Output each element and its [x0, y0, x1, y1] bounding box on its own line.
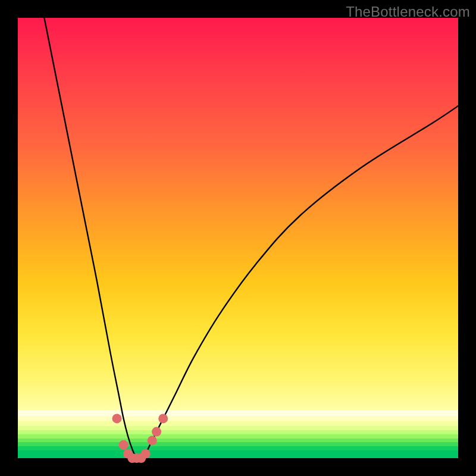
plot-area	[18, 18, 458, 458]
marker-dot	[158, 414, 168, 423]
marker-dot	[119, 440, 129, 450]
trough-markers	[112, 414, 168, 463]
marker-dot	[152, 427, 161, 437]
bottleneck-curve	[44, 18, 458, 459]
curve-svg	[18, 18, 458, 458]
marker-dot	[148, 436, 157, 445]
chart-frame: TheBottleneck.com	[0, 0, 476, 476]
marker-dot	[141, 449, 151, 459]
marker-dot	[112, 414, 122, 423]
